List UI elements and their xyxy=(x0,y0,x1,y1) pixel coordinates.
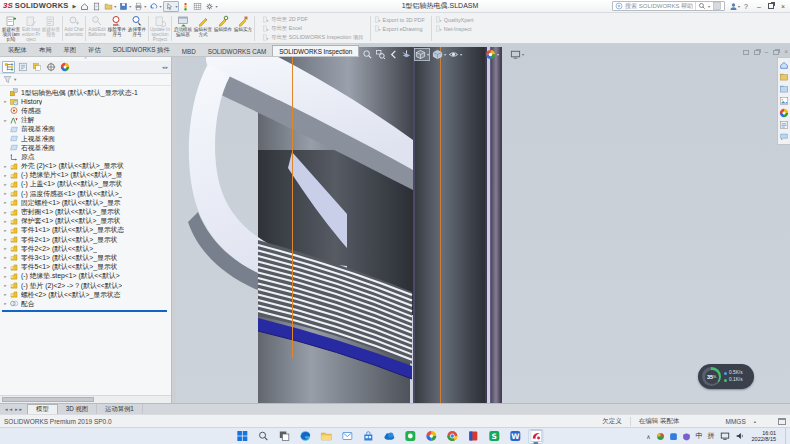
expand-arrow-icon[interactable]: ▸ xyxy=(2,255,9,260)
taskbar-icon-search[interactable] xyxy=(255,429,270,444)
ribbon-button-template-editor[interactable]: 启动模板编辑器 xyxy=(173,14,193,43)
hide-show-items-button[interactable]: ▾ xyxy=(448,49,462,60)
tree-item[interactable]: ▸零件2<2> (默认<<默认>_ xyxy=(2,244,171,253)
open-button[interactable]: ▾ xyxy=(103,1,117,12)
task-custom-properties-button[interactable] xyxy=(779,120,789,130)
taskbar-icon-solidworks[interactable] xyxy=(528,429,543,444)
display-style-button[interactable]: ▾ xyxy=(432,49,446,60)
home-button[interactable] xyxy=(79,1,90,12)
scrollbar-thumb[interactable] xyxy=(2,397,94,402)
pane-windows-icon[interactable] xyxy=(754,50,760,55)
ime-language-indicator[interactable]: 中 xyxy=(696,431,703,441)
help-button[interactable]: ? xyxy=(744,2,748,11)
search-caret-icon[interactable]: ▾ xyxy=(708,2,710,11)
tree-item[interactable]: 1型铝轴热电偶 (默认<默认_显示状态-1 xyxy=(2,88,171,97)
taskbar-icon-task-view[interactable] xyxy=(276,429,291,444)
tree-item[interactable]: ▸密封圈<1> (默认<<默认>_显示状 xyxy=(2,207,171,216)
ribbon-button-edit-operation[interactable]: 编辑操作 xyxy=(213,14,233,43)
tree-item[interactable]: ▸(-) 垫片 (2)<2> -> ? (默认<<默认> xyxy=(2,281,171,290)
panel-tab-configuration-manager[interactable] xyxy=(30,61,43,73)
search-input[interactable]: 搜索 SOLIDWORKS 帮助 ▾ xyxy=(612,1,725,11)
taskbar-icon-color-wheel[interactable] xyxy=(423,429,438,444)
panel-tab-feature-manager[interactable] xyxy=(2,61,15,73)
expand-arrow-icon[interactable]: ▸ xyxy=(2,118,9,123)
task-forum-button[interactable] xyxy=(779,132,789,142)
tab-mbd[interactable]: MBD xyxy=(176,46,202,56)
taskbar-icon-onedrive[interactable] xyxy=(381,429,396,444)
export-button[interactable]: 导出至 Excel xyxy=(262,24,364,33)
filter-funnel-icon[interactable] xyxy=(3,75,12,84)
zoom-area-button[interactable] xyxy=(375,49,386,60)
tab-solidworks-cam[interactable]: SOLIDWORKS CAM xyxy=(202,46,272,56)
login-button[interactable]: ▾ xyxy=(729,2,740,11)
tree-item[interactable]: ▸固定螺栓<1> (默认<<默认>_显示 xyxy=(2,198,171,207)
export-button[interactable]: Export eDrawing xyxy=(374,24,425,33)
panel-horizontal-scrollbar[interactable] xyxy=(0,395,171,403)
doc-minimize-button[interactable]: – xyxy=(765,48,769,56)
filter-caret-icon[interactable]: ▾ xyxy=(14,77,16,82)
export-button[interactable]: Export to 3D PDF xyxy=(374,15,425,24)
tree-item[interactable]: ▸零件5<1> (默认<<默认>_显示状 xyxy=(2,263,171,272)
ribbon-button-edit-method[interactable]: 编辑检查方式 xyxy=(193,14,213,43)
expand-arrow-icon[interactable]: ▸ xyxy=(2,274,9,279)
tree-item[interactable]: ▸(-) 温度传感器<1> (默认<<默认>_ xyxy=(2,189,171,198)
export-button[interactable]: QualityXpert xyxy=(435,15,474,24)
tray-color-app-icon[interactable] xyxy=(656,432,665,441)
ribbon-button-balloon-remove[interactable]: 移除零件序号 xyxy=(107,14,127,43)
taskbar-icon-app-red-blue[interactable] xyxy=(465,429,480,444)
task-home-button[interactable] xyxy=(779,60,789,70)
grid-button[interactable] xyxy=(192,1,203,12)
taskbar-icon-app-green[interactable] xyxy=(402,429,417,444)
tree-item[interactable]: ▸零件1<1> (默认<<默认>_显示状态 xyxy=(2,226,171,235)
close-button[interactable]: × xyxy=(781,2,785,11)
tree-item[interactable]: 前视基准面 xyxy=(2,125,171,134)
export-button[interactable]: 导出至 2D PDF xyxy=(262,15,364,24)
ribbon-button-balloon-select[interactable]: 选择零件序号 xyxy=(127,14,147,43)
show-desktop-button[interactable] xyxy=(785,428,787,444)
search-type-icon[interactable] xyxy=(615,2,623,10)
zoom-fit-button[interactable] xyxy=(362,49,373,60)
taskbar-icon-store[interactable] xyxy=(360,429,375,444)
taskbar-icon-wps[interactable]: S xyxy=(486,429,501,444)
panel-tab-display-manager[interactable] xyxy=(58,61,71,73)
tab-scroll-arrows[interactable]: ◄◄ ►► xyxy=(0,404,27,414)
volume-tray-icon[interactable] xyxy=(735,431,745,441)
expand-arrow-icon[interactable]: ▸ xyxy=(2,265,9,270)
taskbar-icon-start[interactable] xyxy=(234,429,249,444)
expand-arrow-icon[interactable]: ▸ xyxy=(2,99,9,104)
minimize-button[interactable]: – xyxy=(757,2,761,11)
tree-item[interactable]: ▸(-) 上盖<1> (默认<<默认>_显示状 xyxy=(2,180,171,189)
tab-装配体[interactable]: 装配体 xyxy=(2,44,33,56)
edit-appearance-button[interactable]: ▾ xyxy=(485,49,499,60)
expand-arrow-icon[interactable]: ▸ xyxy=(2,164,9,169)
panel-tab-property-manager[interactable] xyxy=(16,61,29,73)
menu-expand-arrow[interactable]: ▶ xyxy=(72,3,76,9)
expand-arrow-icon[interactable]: ▸ xyxy=(2,237,9,242)
tree-item[interactable]: 传感器 xyxy=(2,106,171,115)
tree-item[interactable]: ▸保护套<1> (默认<<默认>_显示状 xyxy=(2,217,171,226)
ime-mode-indicator[interactable]: 拼 xyxy=(708,431,715,441)
new-document-button[interactable] xyxy=(91,1,102,12)
undo-button[interactable]: ▾ xyxy=(148,1,162,12)
tree-item[interactable]: ▸History xyxy=(2,97,171,106)
tree-item[interactable]: ▸零件2<1> (默认<<默认>_显示状 xyxy=(2,235,171,244)
task-view-palette-button[interactable] xyxy=(779,96,789,106)
taskbar-icon-file-explorer[interactable] xyxy=(318,429,333,444)
tree-item[interactable]: 右视基准面 xyxy=(2,143,171,152)
tree-item[interactable]: ▸(-) 绝缘垫.step<1> (默认<<默认> xyxy=(2,272,171,281)
expand-arrow-icon[interactable]: ▸ xyxy=(2,301,9,306)
network-speed-widget[interactable]: 35% 0.5K/s 0.1K/s xyxy=(698,364,754,389)
tree-item[interactable]: ▸外壳 (2)<1> (默认<<默认>_显示状 xyxy=(2,162,171,171)
tree-item[interactable]: ▸螺栓<2> (默认<<默认>_显示状态 xyxy=(2,290,171,299)
taskbar-icon-chrome[interactable] xyxy=(444,429,459,444)
status-pane-icon[interactable] xyxy=(778,418,786,425)
expand-arrow-icon[interactable]: ▸ xyxy=(2,292,9,297)
tab-布局[interactable]: 布局 xyxy=(33,44,58,56)
ribbon-button-edit-instance[interactable]: 编辑实方 xyxy=(233,14,253,43)
expand-arrow-icon[interactable]: ▸ xyxy=(2,283,9,288)
tree-item[interactable]: ▸注解 xyxy=(2,116,171,125)
taskbar-icon-mail[interactable] xyxy=(339,429,354,444)
previous-view-button[interactable] xyxy=(388,49,399,60)
panel-tab-dimxpert-manager[interactable] xyxy=(44,61,57,73)
expand-arrow-icon[interactable]: ▸ xyxy=(2,228,9,233)
